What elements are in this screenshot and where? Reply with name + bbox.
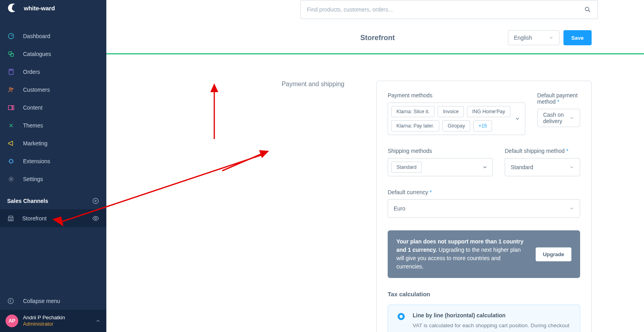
svg-point-12	[8, 298, 13, 304]
default-shipping-label: Default shipping method	[505, 148, 580, 154]
search-icon	[584, 6, 591, 13]
nav-label: Content	[23, 104, 42, 111]
payment-methods-select[interactable]: Klarna: Slice it. Invoice ING Home'Pay K…	[388, 102, 525, 135]
default-currency-select[interactable]: Euro	[388, 199, 580, 218]
radio-icon	[398, 313, 405, 320]
collapse-menu[interactable]: Collapse menu	[0, 292, 106, 310]
brand: white-ward	[0, 0, 106, 16]
collapse-icon	[7, 297, 14, 305]
tag[interactable]: Klarna: Slice it.	[391, 106, 434, 117]
section-heading-payment-shipping: Payment and shipping	[175, 81, 360, 88]
page-title: Storefront	[360, 34, 395, 42]
tax-calculation-heading: Tax calculation	[388, 291, 580, 297]
svg-rect-8	[10, 160, 13, 163]
main: Storefront English Save Payment and ship…	[106, 0, 644, 332]
eye-icon[interactable]	[92, 215, 99, 222]
tag[interactable]: ING Home'Pay	[467, 106, 510, 117]
nav-label: Customers	[23, 87, 50, 93]
chevron-down-icon	[569, 165, 574, 170]
nav-label: Settings	[23, 176, 43, 182]
svg-rect-7	[13, 105, 14, 110]
svg-point-4	[10, 87, 12, 89]
user-info: Andrii P Pechatkin Administrator	[23, 315, 65, 327]
marketing-icon	[7, 140, 15, 147]
default-shipping-select[interactable]: Standard	[505, 158, 580, 176]
upgrade-banner: Your plan does not support more than 1 c…	[388, 230, 580, 278]
radio-desc: VAT is calculated for each shopping cart…	[413, 322, 570, 332]
page-header: Storefront English Save	[106, 25, 644, 53]
sales-channels-title: Sales Channels	[0, 197, 106, 205]
settings-icon	[7, 176, 15, 183]
nav-themes[interactable]: Themes	[0, 116, 106, 134]
nav-catalogues[interactable]: Catalogues	[0, 45, 106, 63]
nav-dashboard[interactable]: Dashboard	[0, 27, 106, 45]
svg-point-13	[585, 7, 589, 11]
shipping-methods-select[interactable]: Standard	[388, 158, 493, 176]
chevron-down-icon	[549, 35, 554, 40]
nav-extensions[interactable]: Extensions	[0, 152, 106, 170]
chevron-down-icon	[569, 116, 574, 120]
nav-orders[interactable]: Orders	[0, 63, 106, 81]
search-bar[interactable]	[300, 0, 598, 19]
nav-customers[interactable]: Customers	[0, 81, 106, 98]
save-button[interactable]: Save	[563, 30, 592, 45]
avatar: AP	[6, 315, 18, 327]
themes-icon	[7, 122, 15, 129]
svg-point-5	[12, 88, 13, 89]
sidebar: white-ward Dashboard Catalogues Orders C…	[0, 0, 106, 332]
chevron-down-icon	[515, 116, 520, 122]
brand-logo-icon	[7, 3, 17, 13]
user-role: Administrator	[23, 321, 65, 327]
upgrade-button[interactable]: Upgrade	[536, 247, 571, 261]
catalogues-icon	[7, 50, 15, 58]
brand-name: white-ward	[24, 5, 55, 12]
search-input[interactable]	[307, 6, 584, 13]
default-currency-label: Default currency	[388, 189, 580, 195]
nav-label: Dashboard	[23, 33, 50, 39]
nav-label: Orders	[23, 69, 40, 75]
nav-label: Extensions	[23, 158, 50, 164]
default-payment-select[interactable]: Cash on delivery	[537, 109, 580, 127]
storefront-icon	[7, 215, 14, 222]
svg-rect-6	[8, 105, 12, 110]
tag-more[interactable]: +15	[473, 120, 492, 131]
tag[interactable]: Klarna: Pay later.	[391, 120, 439, 131]
nav: Dashboard Catalogues Orders Customers Co…	[0, 27, 106, 188]
nav-settings[interactable]: Settings	[0, 170, 106, 188]
payment-methods-label: Payment methods	[388, 92, 525, 98]
language-select[interactable]: English	[508, 30, 559, 45]
orders-icon	[7, 68, 15, 75]
nav-label: Catalogues	[23, 51, 51, 57]
tag[interactable]: Standard	[391, 162, 422, 173]
chevron-down-icon	[569, 206, 574, 211]
svg-rect-3	[9, 69, 13, 75]
shipping-methods-label: Shipping methods	[388, 148, 493, 154]
sidebar-item-label: Storefront	[22, 215, 84, 222]
default-payment-label: Default payment method	[537, 92, 580, 105]
sidebar-item-storefront[interactable]: Storefront	[0, 209, 106, 227]
customers-icon	[7, 86, 15, 93]
tag[interactable]: Invoice	[438, 106, 464, 117]
content-icon	[7, 104, 15, 111]
payment-shipping-card: Payment methods Klarna: Slice it. Invoic…	[376, 81, 592, 332]
radio-title: Line by line (horizontal) calculation	[413, 312, 570, 318]
chevron-down-icon	[482, 164, 488, 170]
user-name: Andrii P Pechatkin	[23, 315, 65, 321]
nav-content[interactable]: Content	[0, 98, 106, 116]
nav-label: Marketing	[23, 140, 47, 147]
chevron-up-icon	[95, 318, 101, 324]
plus-icon[interactable]	[92, 197, 99, 205]
nav-label: Themes	[23, 122, 43, 129]
dashboard-icon	[7, 33, 15, 40]
svg-point-9	[10, 178, 12, 180]
svg-point-11	[95, 217, 97, 219]
tax-option-horizontal[interactable]: Line by line (horizontal) calculation VA…	[388, 305, 580, 332]
user-box[interactable]: AP Andrii P Pechatkin Administrator	[0, 310, 106, 332]
nav-marketing[interactable]: Marketing	[0, 134, 106, 152]
extensions-icon	[7, 158, 15, 165]
tag[interactable]: Giropay	[442, 120, 470, 131]
